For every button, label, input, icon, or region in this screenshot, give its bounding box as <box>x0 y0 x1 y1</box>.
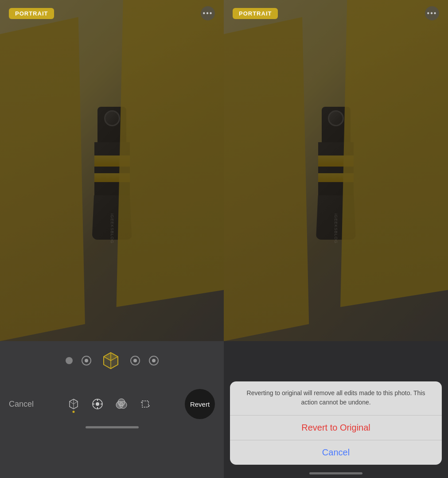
lighting-option-natural[interactable] <box>66 357 73 364</box>
tool-filters[interactable] <box>114 397 129 411</box>
lighting-option-stage-mono[interactable] <box>149 356 159 365</box>
revert-to-original-button[interactable]: Revert to Original <box>230 416 442 440</box>
lighting-option-studio[interactable] <box>82 356 91 365</box>
right-top-bar: PORTRAIT ••• <box>224 0 448 27</box>
portrait-badge: PORTRAIT <box>9 8 54 19</box>
right-home-indicator <box>309 472 362 474</box>
lighting-option-contour[interactable] <box>100 350 121 371</box>
action-sheet-message-text: Reverting to original will remove all ed… <box>247 389 425 406</box>
right-portrait-badge: PORTRAIT <box>233 8 278 19</box>
revert-button[interactable]: Revert <box>185 389 215 419</box>
tool-filters-icon <box>115 398 128 410</box>
more-dots-icon: ••• <box>203 10 213 17</box>
right-photo-background: iGEEKSBLOG PORTRAIT ••• <box>224 0 448 341</box>
home-indicator <box>86 426 139 428</box>
tool-cube[interactable] <box>66 397 81 411</box>
tool-icons <box>66 397 152 411</box>
svg-point-16 <box>118 399 125 406</box>
right-photo-overlay <box>224 0 448 341</box>
cube-icon <box>101 351 121 370</box>
lighting-row <box>66 350 159 371</box>
svg-rect-17 <box>142 401 148 407</box>
right-more-button[interactable]: ••• <box>425 6 439 20</box>
lighting-option-stage[interactable] <box>130 356 140 365</box>
bottom-actions: Cancel <box>0 389 224 419</box>
action-sheet-overlay: Reverting to original will remove all ed… <box>224 336 448 478</box>
right-more-dots-icon: ••• <box>427 10 437 17</box>
action-sheet-cancel-button[interactable]: Cancel <box>230 440 442 465</box>
right-phone-panel: iGEEKSBLOG PORTRAIT ••• Reverting to ori… <box>224 0 448 478</box>
action-sheet-message: Reverting to original will remove all ed… <box>230 381 442 416</box>
tool-cube-icon <box>68 398 79 410</box>
tool-crop-icon <box>139 398 152 410</box>
svg-line-6 <box>70 401 74 404</box>
tool-adjust-icon <box>91 398 104 410</box>
top-bar: PORTRAIT ••• <box>0 0 224 27</box>
revert-label: Revert <box>190 400 210 408</box>
edit-toolbar: Cancel <box>0 341 224 478</box>
photo-overlay <box>0 0 224 341</box>
tool-adjust[interactable] <box>90 397 105 411</box>
cancel-button[interactable]: Cancel <box>9 400 34 409</box>
more-button[interactable]: ••• <box>201 6 215 20</box>
left-phone-panel: iGEEKSBLOG PORTRAIT ••• <box>0 0 224 478</box>
svg-point-9 <box>96 402 99 406</box>
tool-crop[interactable] <box>138 397 152 411</box>
photo-background: iGEEKSBLOG PORTRAIT ••• <box>0 0 224 341</box>
action-sheet: Reverting to original will remove all ed… <box>230 381 442 465</box>
